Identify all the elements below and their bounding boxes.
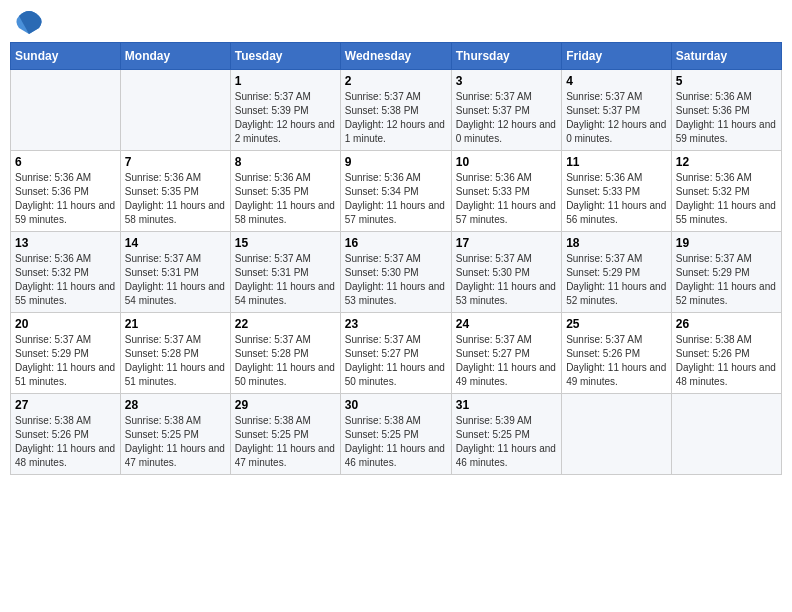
day-info: Sunrise: 5:39 AM Sunset: 5:25 PM Dayligh… [456, 414, 557, 470]
logo-icon [14, 6, 44, 36]
day-number: 8 [235, 155, 336, 169]
day-info: Sunrise: 5:37 AM Sunset: 5:27 PM Dayligh… [456, 333, 557, 389]
day-number: 26 [676, 317, 777, 331]
day-number: 4 [566, 74, 667, 88]
day-info: Sunrise: 5:36 AM Sunset: 5:32 PM Dayligh… [676, 171, 777, 227]
calendar-cell: 28Sunrise: 5:38 AM Sunset: 5:25 PM Dayli… [120, 394, 230, 475]
calendar-cell: 25Sunrise: 5:37 AM Sunset: 5:26 PM Dayli… [562, 313, 672, 394]
day-info: Sunrise: 5:37 AM Sunset: 5:39 PM Dayligh… [235, 90, 336, 146]
day-number: 28 [125, 398, 226, 412]
calendar-cell: 14Sunrise: 5:37 AM Sunset: 5:31 PM Dayli… [120, 232, 230, 313]
day-number: 20 [15, 317, 116, 331]
day-info: Sunrise: 5:37 AM Sunset: 5:26 PM Dayligh… [566, 333, 667, 389]
calendar-cell [120, 70, 230, 151]
calendar-header-monday: Monday [120, 43, 230, 70]
day-info: Sunrise: 5:38 AM Sunset: 5:25 PM Dayligh… [345, 414, 447, 470]
calendar-header-saturday: Saturday [671, 43, 781, 70]
day-number: 12 [676, 155, 777, 169]
day-number: 6 [15, 155, 116, 169]
calendar-cell: 5Sunrise: 5:36 AM Sunset: 5:36 PM Daylig… [671, 70, 781, 151]
calendar-cell: 1Sunrise: 5:37 AM Sunset: 5:39 PM Daylig… [230, 70, 340, 151]
calendar-header-row: SundayMondayTuesdayWednesdayThursdayFrid… [11, 43, 782, 70]
day-info: Sunrise: 5:36 AM Sunset: 5:34 PM Dayligh… [345, 171, 447, 227]
calendar-cell: 16Sunrise: 5:37 AM Sunset: 5:30 PM Dayli… [340, 232, 451, 313]
day-info: Sunrise: 5:37 AM Sunset: 5:29 PM Dayligh… [676, 252, 777, 308]
calendar-week-5: 27Sunrise: 5:38 AM Sunset: 5:26 PM Dayli… [11, 394, 782, 475]
calendar-cell: 7Sunrise: 5:36 AM Sunset: 5:35 PM Daylig… [120, 151, 230, 232]
calendar-header-tuesday: Tuesday [230, 43, 340, 70]
calendar-cell: 18Sunrise: 5:37 AM Sunset: 5:29 PM Dayli… [562, 232, 672, 313]
day-number: 13 [15, 236, 116, 250]
day-info: Sunrise: 5:38 AM Sunset: 5:26 PM Dayligh… [676, 333, 777, 389]
day-number: 5 [676, 74, 777, 88]
day-info: Sunrise: 5:38 AM Sunset: 5:25 PM Dayligh… [125, 414, 226, 470]
calendar-cell: 11Sunrise: 5:36 AM Sunset: 5:33 PM Dayli… [562, 151, 672, 232]
calendar-cell: 15Sunrise: 5:37 AM Sunset: 5:31 PM Dayli… [230, 232, 340, 313]
calendar-cell: 22Sunrise: 5:37 AM Sunset: 5:28 PM Dayli… [230, 313, 340, 394]
calendar-cell: 13Sunrise: 5:36 AM Sunset: 5:32 PM Dayli… [11, 232, 121, 313]
day-info: Sunrise: 5:37 AM Sunset: 5:37 PM Dayligh… [566, 90, 667, 146]
day-number: 16 [345, 236, 447, 250]
day-number: 30 [345, 398, 447, 412]
calendar-cell: 19Sunrise: 5:37 AM Sunset: 5:29 PM Dayli… [671, 232, 781, 313]
calendar-header-friday: Friday [562, 43, 672, 70]
calendar-cell: 24Sunrise: 5:37 AM Sunset: 5:27 PM Dayli… [451, 313, 561, 394]
calendar-cell: 27Sunrise: 5:38 AM Sunset: 5:26 PM Dayli… [11, 394, 121, 475]
day-number: 18 [566, 236, 667, 250]
day-number: 2 [345, 74, 447, 88]
calendar-table: SundayMondayTuesdayWednesdayThursdayFrid… [10, 42, 782, 475]
calendar-cell [562, 394, 672, 475]
day-info: Sunrise: 5:36 AM Sunset: 5:35 PM Dayligh… [235, 171, 336, 227]
day-info: Sunrise: 5:37 AM Sunset: 5:31 PM Dayligh… [125, 252, 226, 308]
logo [10, 10, 44, 36]
day-number: 31 [456, 398, 557, 412]
day-number: 15 [235, 236, 336, 250]
day-info: Sunrise: 5:37 AM Sunset: 5:30 PM Dayligh… [345, 252, 447, 308]
day-number: 29 [235, 398, 336, 412]
day-info: Sunrise: 5:38 AM Sunset: 5:26 PM Dayligh… [15, 414, 116, 470]
day-number: 14 [125, 236, 226, 250]
calendar-cell: 12Sunrise: 5:36 AM Sunset: 5:32 PM Dayli… [671, 151, 781, 232]
calendar-cell: 31Sunrise: 5:39 AM Sunset: 5:25 PM Dayli… [451, 394, 561, 475]
day-info: Sunrise: 5:36 AM Sunset: 5:32 PM Dayligh… [15, 252, 116, 308]
day-info: Sunrise: 5:36 AM Sunset: 5:36 PM Dayligh… [676, 90, 777, 146]
day-number: 11 [566, 155, 667, 169]
day-info: Sunrise: 5:37 AM Sunset: 5:38 PM Dayligh… [345, 90, 447, 146]
calendar-cell: 29Sunrise: 5:38 AM Sunset: 5:25 PM Dayli… [230, 394, 340, 475]
calendar-cell: 21Sunrise: 5:37 AM Sunset: 5:28 PM Dayli… [120, 313, 230, 394]
day-number: 3 [456, 74, 557, 88]
day-number: 25 [566, 317, 667, 331]
day-number: 22 [235, 317, 336, 331]
calendar-header-thursday: Thursday [451, 43, 561, 70]
calendar-week-3: 13Sunrise: 5:36 AM Sunset: 5:32 PM Dayli… [11, 232, 782, 313]
day-number: 1 [235, 74, 336, 88]
calendar-cell: 20Sunrise: 5:37 AM Sunset: 5:29 PM Dayli… [11, 313, 121, 394]
calendar-cell: 6Sunrise: 5:36 AM Sunset: 5:36 PM Daylig… [11, 151, 121, 232]
day-info: Sunrise: 5:37 AM Sunset: 5:37 PM Dayligh… [456, 90, 557, 146]
day-info: Sunrise: 5:37 AM Sunset: 5:28 PM Dayligh… [125, 333, 226, 389]
day-number: 19 [676, 236, 777, 250]
day-number: 10 [456, 155, 557, 169]
calendar-cell: 2Sunrise: 5:37 AM Sunset: 5:38 PM Daylig… [340, 70, 451, 151]
calendar-cell: 23Sunrise: 5:37 AM Sunset: 5:27 PM Dayli… [340, 313, 451, 394]
day-info: Sunrise: 5:36 AM Sunset: 5:33 PM Dayligh… [566, 171, 667, 227]
calendar-header-wednesday: Wednesday [340, 43, 451, 70]
day-info: Sunrise: 5:37 AM Sunset: 5:30 PM Dayligh… [456, 252, 557, 308]
day-number: 17 [456, 236, 557, 250]
calendar-week-1: 1Sunrise: 5:37 AM Sunset: 5:39 PM Daylig… [11, 70, 782, 151]
calendar-cell: 26Sunrise: 5:38 AM Sunset: 5:26 PM Dayli… [671, 313, 781, 394]
day-number: 27 [15, 398, 116, 412]
calendar-cell: 9Sunrise: 5:36 AM Sunset: 5:34 PM Daylig… [340, 151, 451, 232]
calendar-week-4: 20Sunrise: 5:37 AM Sunset: 5:29 PM Dayli… [11, 313, 782, 394]
calendar-week-2: 6Sunrise: 5:36 AM Sunset: 5:36 PM Daylig… [11, 151, 782, 232]
calendar-header-sunday: Sunday [11, 43, 121, 70]
day-number: 23 [345, 317, 447, 331]
day-info: Sunrise: 5:37 AM Sunset: 5:29 PM Dayligh… [15, 333, 116, 389]
day-info: Sunrise: 5:36 AM Sunset: 5:33 PM Dayligh… [456, 171, 557, 227]
page-header [10, 10, 782, 36]
calendar-cell: 8Sunrise: 5:36 AM Sunset: 5:35 PM Daylig… [230, 151, 340, 232]
calendar-cell [671, 394, 781, 475]
calendar-body: 1Sunrise: 5:37 AM Sunset: 5:39 PM Daylig… [11, 70, 782, 475]
day-info: Sunrise: 5:38 AM Sunset: 5:25 PM Dayligh… [235, 414, 336, 470]
day-number: 21 [125, 317, 226, 331]
